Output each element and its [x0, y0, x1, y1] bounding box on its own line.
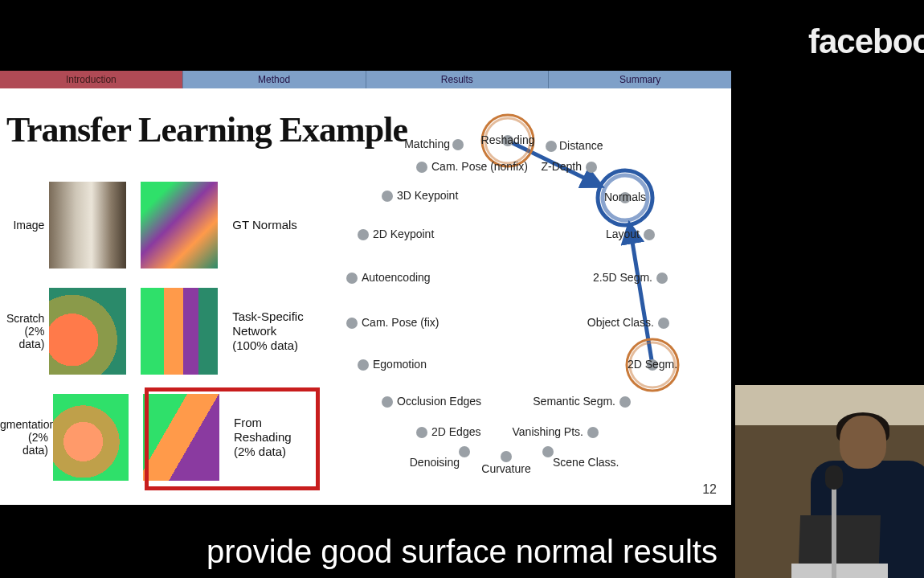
svg-point-48: [501, 451, 512, 462]
svg-text:Vanishing Pts.: Vanishing Pts.: [513, 425, 583, 438]
tab-method: Method: [183, 71, 366, 88]
presentation-slide: Introduction Method Results Summary Tran…: [0, 71, 731, 505]
svg-text:Occlusion Edges: Occlusion Edges: [397, 395, 481, 408]
thumb-scratch: [49, 288, 126, 375]
svg-text:Distance: Distance: [559, 139, 603, 152]
svg-point-50: [542, 446, 554, 457]
svg-point-14: [382, 191, 393, 202]
svg-point-32: [358, 359, 369, 371]
highlight-box: [145, 387, 320, 490]
svg-point-28: [346, 318, 358, 329]
svg-point-42: [416, 427, 427, 438]
svg-point-38: [382, 396, 393, 408]
svg-point-26: [656, 273, 668, 284]
svg-text:Normals: Normals: [604, 191, 646, 203]
svg-point-12: [586, 162, 597, 173]
svg-point-40: [619, 396, 631, 408]
thumb-row-1: Image GT Normals: [0, 177, 321, 273]
label-image: Image: [0, 219, 49, 232]
label-scratch: Scratch (2% data): [0, 312, 49, 350]
svg-text:Curvature: Curvature: [481, 462, 531, 475]
tab-introduction: Introduction: [0, 71, 183, 88]
svg-text:3D Keypoint: 3D Keypoint: [397, 189, 458, 202]
slide-tabbar: Introduction Method Results Summary: [0, 71, 731, 88]
svg-point-44: [587, 427, 599, 438]
svg-point-46: [459, 446, 470, 457]
svg-point-22: [644, 229, 655, 240]
svg-point-20: [358, 229, 369, 240]
thumb-gt-normals: [141, 182, 218, 269]
svg-text:Scene Class.: Scene Class.: [553, 456, 619, 469]
tab-results: Results: [366, 71, 550, 88]
label-segmentation: gmentation (2% data): [0, 418, 53, 457]
svg-point-8: [546, 141, 557, 152]
tab-summary: Summary: [549, 71, 731, 88]
svg-text:Layout: Layout: [606, 228, 640, 240]
subtitle-caption: provide good surface normal results: [0, 534, 924, 570]
thumb-task-specific: [141, 288, 218, 375]
task-graph: MatchingReshadingDistanceCam. Pose (nonf…: [305, 96, 723, 490]
svg-point-24: [346, 273, 358, 284]
svg-text:Matching: Matching: [404, 137, 450, 150]
svg-text:Z-Depth: Z-Depth: [541, 160, 582, 173]
thumb-row-2: Scratch (2% data) Task-Specific Network …: [0, 283, 321, 379]
page-number: 12: [702, 482, 717, 497]
svg-point-10: [416, 162, 427, 173]
svg-text:2D Keypoint: 2D Keypoint: [373, 228, 434, 240]
svg-text:Autoencoding: Autoencoding: [362, 271, 431, 284]
thumb-from-segmentation: [53, 394, 129, 481]
thumb-input-image: [49, 182, 126, 269]
svg-text:Cam. Pose (fix): Cam. Pose (fix): [362, 316, 439, 329]
svg-text:Reshading: Reshading: [481, 133, 535, 146]
svg-text:Cam. Pose (nonfix): Cam. Pose (nonfix): [431, 160, 528, 173]
svg-text:2.5D Segm.: 2.5D Segm.: [593, 271, 652, 284]
svg-text:Egomotion: Egomotion: [373, 358, 427, 371]
svg-text:2D Edges: 2D Edges: [431, 425, 480, 438]
svg-text:Object Class.: Object Class.: [587, 316, 654, 329]
svg-text:Denoising: Denoising: [410, 456, 460, 469]
svg-point-2: [452, 139, 464, 150]
svg-text:2D Segm.: 2D Segm.: [628, 358, 677, 371]
svg-text:Semantic Segm.: Semantic Segm.: [533, 395, 615, 408]
watermark-logo: faceboo: [808, 23, 924, 61]
svg-point-30: [658, 318, 669, 329]
